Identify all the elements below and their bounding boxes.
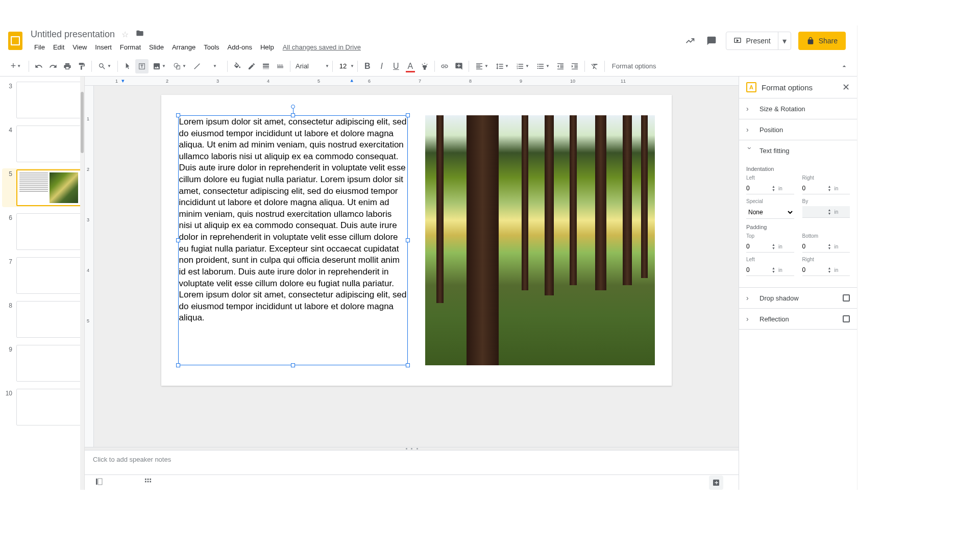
move-folder-icon[interactable] (136, 30, 144, 39)
stepper[interactable]: ▲▼ (828, 266, 831, 273)
section-size-rotation[interactable]: › Size & Rotation (739, 98, 857, 119)
document-title[interactable]: Untitled presentation (31, 29, 115, 40)
chevron-up-icon[interactable] (838, 59, 851, 73)
pad-left-input[interactable] (746, 264, 772, 276)
thumbnail-preview[interactable] (16, 126, 81, 162)
shape-tool[interactable]: ▼ (170, 59, 189, 73)
line-dropdown[interactable]: ▼ (205, 59, 224, 73)
thumbnail-preview[interactable] (16, 169, 81, 206)
numbered-list-button[interactable]: ▼ (513, 59, 532, 73)
italic-button[interactable]: I (375, 59, 388, 73)
pad-bottom-input[interactable] (802, 241, 828, 252)
menu-tools[interactable]: Tools (200, 41, 223, 53)
stepper[interactable]: ▲▼ (772, 266, 775, 273)
selected-textbox[interactable]: Lorem ipsum dolor sit amet, consectetur … (178, 115, 408, 365)
activity-icon[interactable] (683, 34, 697, 48)
indent-left-input[interactable] (746, 183, 772, 194)
filmstrip-view-icon[interactable] (95, 478, 103, 488)
stepper[interactable]: ▲▼ (772, 185, 775, 192)
bullet-list-button[interactable]: ▼ (533, 59, 553, 73)
indent-increase-button[interactable] (568, 59, 581, 73)
bold-button[interactable]: B (361, 59, 374, 73)
text-color-button[interactable]: A (404, 59, 417, 73)
thumbnail-preview[interactable] (16, 213, 81, 250)
slide-thumbnail[interactable]: 7 (2, 256, 82, 295)
resize-handle-tl[interactable] (176, 113, 180, 117)
menu-arrange[interactable]: Arrange (168, 41, 199, 53)
comments-icon[interactable] (704, 34, 719, 48)
menu-format[interactable]: Format (116, 41, 144, 53)
app-logo[interactable] (6, 32, 24, 50)
clear-format-button[interactable] (588, 59, 601, 73)
grid-view-icon[interactable] (144, 478, 152, 488)
menu-edit[interactable]: Edit (50, 41, 68, 53)
save-status[interactable]: All changes saved in Drive (283, 41, 361, 53)
explore-button[interactable] (709, 475, 723, 490)
slide-thumbnail[interactable]: 3 (2, 81, 82, 119)
menu-slide[interactable]: Slide (145, 41, 167, 53)
stepper[interactable]: ▲▼ (828, 243, 831, 250)
comment-button[interactable] (452, 59, 465, 73)
horizontal-ruler[interactable]: ▾ ▾ 1234567891011 (85, 77, 739, 86)
stepper[interactable]: ▲▼ (772, 243, 775, 250)
slide-image-forest[interactable] (425, 115, 655, 365)
slide-thumbnail[interactable]: 8 (2, 300, 82, 339)
slide-thumbnail[interactable]: 9 (2, 344, 82, 383)
present-button[interactable]: Present (726, 32, 778, 49)
resize-handle-bm[interactable] (291, 363, 295, 367)
link-button[interactable] (438, 59, 451, 73)
resize-handle-bl[interactable] (176, 363, 180, 367)
textbox-tool[interactable] (135, 59, 149, 73)
redo-button[interactable] (46, 59, 60, 73)
pad-right-input[interactable] (802, 264, 828, 276)
new-slide-button[interactable]: +▼ (6, 59, 26, 73)
slide-thumbnail[interactable]: 10 (2, 388, 82, 427)
undo-button[interactable] (32, 59, 45, 73)
menu-insert[interactable]: Insert (91, 41, 115, 53)
border-weight-button[interactable] (259, 59, 273, 73)
line-spacing-button[interactable]: ▼ (493, 59, 512, 73)
thumbnail-preview[interactable] (16, 257, 81, 294)
menu-file[interactable]: File (31, 41, 48, 53)
section-position[interactable]: › Position (739, 119, 857, 140)
slide-canvas[interactable]: Lorem ipsum dolor sit amet, consectetur … (161, 95, 672, 386)
resize-handle-br[interactable] (406, 363, 410, 367)
speaker-notes[interactable]: Click to add speaker notes (85, 450, 739, 474)
resize-handle-mr[interactable] (406, 238, 410, 242)
section-drop-shadow[interactable]: › Drop shadow (739, 288, 857, 308)
pad-top-input[interactable] (746, 241, 772, 252)
stepper[interactable]: ▲▼ (828, 185, 831, 192)
thumbnail-preview[interactable] (16, 345, 81, 382)
special-select[interactable]: None (746, 206, 794, 219)
line-tool[interactable] (190, 59, 204, 73)
thumbnail-preview[interactable] (16, 389, 81, 425)
border-color-button[interactable] (245, 59, 258, 73)
section-reflection[interactable]: › Reflection (739, 309, 857, 329)
fill-color-button[interactable] (231, 59, 244, 73)
slide-thumbnail[interactable]: 6 (2, 212, 82, 251)
rotation-handle[interactable] (291, 105, 295, 109)
filmstrip[interactable]: 345678910 (0, 77, 85, 490)
close-panel-button[interactable]: ✕ (842, 82, 850, 93)
indent-marker-left[interactable]: ▾ (121, 78, 125, 84)
vertical-ruler[interactable]: 12345 (85, 86, 94, 447)
present-dropdown[interactable]: ▾ (778, 32, 791, 49)
highlight-button[interactable] (418, 59, 431, 73)
reflection-checkbox[interactable] (843, 315, 850, 322)
border-dash-button[interactable] (274, 59, 287, 73)
drop-shadow-checkbox[interactable] (843, 294, 850, 302)
indent-marker-right[interactable]: ▾ (350, 78, 353, 84)
resize-handle-tr[interactable] (406, 113, 410, 117)
indent-decrease-button[interactable] (554, 59, 567, 73)
format-options-toggle[interactable]: Format options (608, 62, 660, 70)
menu-addons[interactable]: Add-ons (224, 41, 256, 53)
share-button[interactable]: Share (798, 32, 846, 50)
menu-help[interactable]: Help (257, 41, 278, 53)
font-family-select[interactable] (293, 60, 324, 72)
print-button[interactable] (61, 59, 74, 73)
image-tool[interactable]: ▼ (150, 59, 169, 73)
menu-view[interactable]: View (69, 41, 90, 53)
align-button[interactable]: ▼ (472, 59, 492, 73)
thumbnail-preview[interactable] (16, 82, 81, 118)
thumbnail-preview[interactable] (16, 301, 81, 338)
